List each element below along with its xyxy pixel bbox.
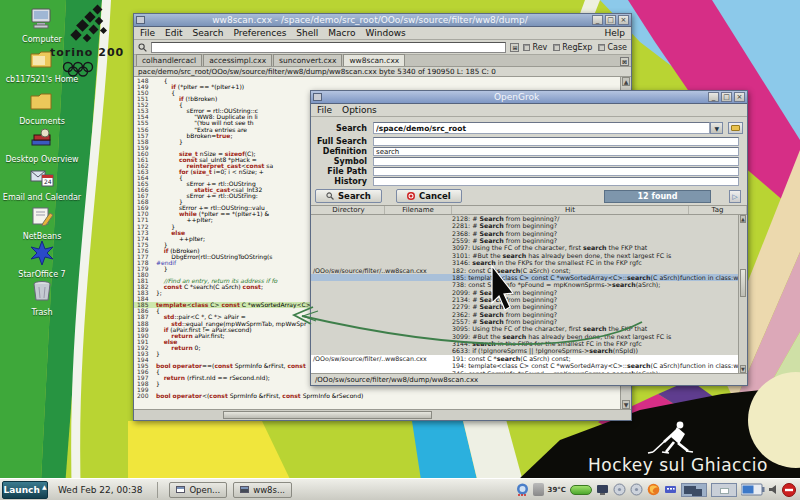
editor-horizontal-scrollbar[interactable] — [134, 409, 631, 420]
result-row[interactable]: 2557: # Search from beginning? — [311, 318, 738, 325]
menu-edit[interactable]: Edit — [165, 28, 182, 38]
result-row[interactable]: 2279: # Search from beginning? — [311, 303, 738, 310]
menu-shell[interactable]: Shell — [296, 28, 318, 38]
battery-meter-icon[interactable] — [570, 485, 592, 495]
launch-arrow-icon: ▲ — [42, 483, 47, 490]
scrollbar-thumb[interactable] — [740, 269, 746, 297]
launch-button[interactable]: Launch▲ — [2, 481, 48, 499]
desktop-icon-netbeans[interactable]: NetBeans — [0, 205, 84, 241]
sensor-icon[interactable] — [533, 483, 544, 496]
workspace-2[interactable] — [711, 483, 737, 497]
result-row[interactable]: 3097: Using the FC of the character, fir… — [311, 244, 738, 251]
cancel-button[interactable]: Cancel — [396, 189, 462, 203]
browse-folder-button[interactable] — [728, 122, 743, 134]
dialog-titlebar[interactable]: OpenGrok _ □ × — [311, 91, 747, 104]
result-row[interactable]: 185: template<class C> const C *wwSorted… — [311, 274, 738, 281]
menu-options[interactable]: Options — [342, 105, 377, 115]
scroll-down-icon[interactable]: ▼ — [622, 400, 630, 409]
desktop-icon-email-and-calendar[interactable]: 24Email and Calendar — [0, 166, 84, 202]
scroll-up-icon[interactable]: ▲ — [740, 215, 746, 223]
result-row[interactable]: 2559: # Search from beginning? — [311, 237, 738, 244]
menu-help[interactable]: Help — [604, 28, 625, 38]
volume-icon[interactable] — [769, 484, 778, 495]
cd-icon[interactable] — [630, 483, 643, 496]
result-row[interactable]: 2099: # Search from beginning? — [311, 289, 738, 296]
checkbox-rev[interactable]: Rev — [523, 43, 547, 52]
desktop-icon-documents[interactable]: Documents — [0, 90, 84, 126]
result-row[interactable]: 2128: # Search from beginning?/ — [311, 215, 738, 222]
symbol-field[interactable] — [373, 157, 739, 166]
next-result-icon[interactable]: ▷ — [729, 190, 741, 203]
input-method-icon[interactable] — [664, 483, 677, 496]
taskbar-window-1[interactable]: Open... — [169, 482, 227, 498]
result-row[interactable]: 2362: # Search from beginning? — [311, 311, 738, 318]
history-field[interactable] — [373, 177, 739, 186]
scroll-up-icon[interactable]: ▲ — [622, 77, 630, 86]
result-row[interactable]: 738: const SprmInfo *pFound = mpKnownSpr… — [311, 281, 738, 288]
result-row[interactable]: 3101: #But the search has already been d… — [311, 252, 738, 259]
column-header-directory[interactable]: Directory — [311, 206, 385, 214]
close-icon[interactable]: × — [734, 92, 745, 102]
result-row[interactable]: 2368: # Search from beginning? — [311, 230, 738, 237]
desktop-icon-trash[interactable]: Trash — [0, 279, 84, 317]
checkbox-regexp[interactable]: RegExp — [553, 43, 592, 52]
display-icon[interactable] — [596, 483, 609, 496]
search-pin-icon[interactable]: ⊞ — [510, 43, 519, 52]
search-field[interactable] — [373, 122, 710, 134]
column-header-tag[interactable]: Tag — [689, 206, 747, 214]
firefox-icon[interactable] — [647, 483, 660, 496]
minimize-icon[interactable]: _ — [592, 15, 603, 25]
scrollbar-thumb[interactable] — [223, 411, 432, 419]
desktop-icon-staroffice-7[interactable]: StarOffice 7 — [0, 241, 84, 279]
search-button[interactable]: Search — [315, 189, 382, 203]
definition-field[interactable] — [373, 147, 739, 156]
menu-windows[interactable]: Windows — [366, 28, 406, 38]
desktop-icon-computer[interactable]: Computer — [0, 8, 84, 44]
result-row[interactable]: 3099: #But the search has already been d… — [311, 333, 738, 340]
tab-colhandlercacl[interactable]: colhandlercacl — [136, 54, 202, 66]
result-row[interactable]: 6633: if (!pIgnoreSprms || !pIgnoreSprms… — [311, 347, 738, 354]
menu-file[interactable]: File — [140, 28, 155, 38]
combo-dropdown-icon[interactable]: ▼ — [710, 122, 723, 134]
maximize-icon[interactable]: □ — [721, 92, 732, 102]
result-row[interactable]: 3095: Using the FC of the character, fir… — [311, 325, 738, 332]
editor-titlebar[interactable]: ww8scan.cxx - /space/demo/src_root/OOo/s… — [134, 14, 631, 27]
menu-macro[interactable]: Macro — [328, 28, 355, 38]
network-monitor-icon[interactable] — [516, 483, 529, 496]
full-search-field[interactable] — [373, 137, 739, 146]
result-row[interactable]: 3146: search in the FKPs for the smalles… — [311, 259, 738, 266]
battery-status-icon[interactable] — [741, 483, 765, 496]
result-row[interactable]: 2134: # Search from beginning? — [311, 296, 738, 303]
taskbar-clock[interactable]: Wed Feb 22, 00:38 — [58, 485, 142, 495]
incremental-search-input[interactable] — [151, 42, 506, 53]
result-row[interactable]: 3144: search in the FKPs for the smalles… — [311, 340, 738, 347]
column-header-hit[interactable]: Hit — [452, 206, 689, 214]
menu-preferences[interactable]: Preferences — [233, 28, 286, 38]
tab-sunconvert.cxx[interactable]: sunconvert.cxx — [273, 54, 342, 66]
tab-ww8scan.cxx[interactable]: ww8scan.cxx — [343, 54, 405, 66]
taskbar-window-2[interactable]: ww8s... — [233, 482, 292, 498]
maximize-icon[interactable]: □ — [605, 15, 616, 25]
close-icon[interactable]: × — [618, 15, 629, 25]
desktop-icon-cb117521-s-home[interactable]: cb117521's Home — [0, 48, 84, 84]
result-row[interactable]: 2281: # Search from beginning? — [311, 222, 738, 229]
scroll-down-icon[interactable]: ▼ — [740, 365, 746, 373]
menu-file[interactable]: File — [317, 105, 332, 115]
checkbox-case[interactable]: Case — [598, 43, 627, 52]
result-row[interactable]: /OOo/sw/source/filter/..ww8scan.cxx191: … — [311, 355, 738, 362]
opengrok-dialog: OpenGrok _ □ × FileOptions Search▼Full S… — [310, 90, 748, 386]
desktop-icon-desktop-overview[interactable]: Desktop Overview — [0, 128, 84, 164]
column-header-filename[interactable]: Filename — [385, 206, 452, 214]
cd-icon[interactable] — [613, 483, 626, 496]
result-row[interactable]: 194: template<class C> const C *wwSorted… — [311, 362, 738, 369]
file-path-field[interactable] — [373, 167, 739, 176]
tab-close-icon[interactable]: ⊠ — [620, 57, 629, 66]
result-row[interactable]: /OOo/sw/source/filter/..ww8scan.cxx182: … — [311, 267, 738, 274]
minimize-icon[interactable]: _ — [708, 92, 719, 102]
logout-icon[interactable] — [782, 483, 796, 497]
menu-search[interactable]: Search — [193, 28, 224, 38]
result-filename — [385, 274, 452, 281]
tab-accessimpl.cxx[interactable]: accessimpl.cxx — [203, 54, 272, 66]
results-vertical-scrollbar[interactable]: ▲ ▼ — [738, 215, 747, 373]
workspace-1[interactable] — [681, 483, 707, 497]
